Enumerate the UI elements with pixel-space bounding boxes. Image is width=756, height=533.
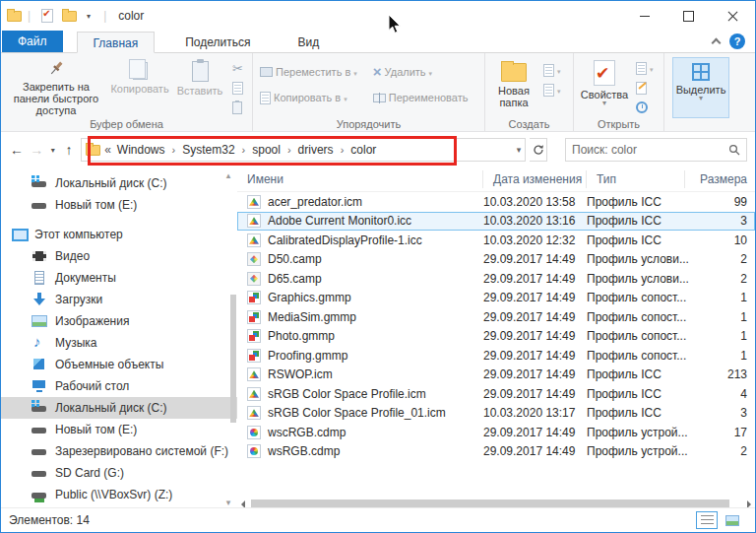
sidebar-item[interactable]: Документы xyxy=(1,267,237,289)
file-name: wscRGB.cdmp xyxy=(268,426,346,439)
separator: | xyxy=(103,9,106,23)
help-icon[interactable]: ? xyxy=(729,33,745,49)
sidebar-item[interactable]: Новый том (E:) xyxy=(1,194,237,216)
sidebar-item-icon xyxy=(32,422,47,437)
address-box[interactable]: « Windows System32 spool drivers color xyxy=(81,138,526,162)
file-row[interactable]: D50.camp 29.09.2017 14:49 Профиль услови… xyxy=(237,250,755,270)
breadcrumb-item[interactable]: Windows xyxy=(117,143,182,157)
sidebar-item[interactable]: Загрузки xyxy=(1,289,237,310)
sidebar-item[interactable]: Объемные объекты xyxy=(1,354,237,375)
breadcrumb-item[interactable]: drivers xyxy=(298,143,351,157)
properties-button[interactable]: Свойства xyxy=(578,57,631,118)
file-row[interactable]: Proofing.gmmp 29.09.2017 14:49 Профиль с… xyxy=(237,346,755,366)
move-to-button[interactable]: Переместить в xyxy=(257,63,360,81)
navigation-pane: Локальный диск (C:) Новый том (E:) Этот … xyxy=(1,167,237,509)
sidebar-item-icon xyxy=(32,487,47,502)
file-row[interactable]: MediaSim.gmmp 29.09.2017 14:49 Профиль с… xyxy=(237,307,755,327)
sidebar-item[interactable]: Этот компьютер xyxy=(1,224,237,245)
rename-button[interactable]: Переименовать xyxy=(370,89,472,106)
breadcrumb-item[interactable]: spool xyxy=(252,143,297,157)
copy-button[interactable]: Копировать xyxy=(107,57,172,118)
file-size: 1 xyxy=(685,329,755,343)
column-header-size[interactable]: Размера xyxy=(685,170,755,188)
copy-path-button[interactable] xyxy=(229,79,246,97)
file-row[interactable]: wscRGB.cdmp 29.09.2017 14:49 Профиль уст… xyxy=(237,423,755,442)
file-row[interactable]: sRGB Color Space Profile_01.icm 10.03.20… xyxy=(237,404,755,424)
chevron-down-icon xyxy=(699,96,703,101)
sidebar-item[interactable]: Изображения xyxy=(1,310,237,332)
breadcrumb-item[interactable]: System32 xyxy=(182,143,252,157)
copy-to-button[interactable]: Копировать в xyxy=(257,89,360,106)
back-button[interactable]: ← xyxy=(9,139,25,161)
chevron-down-icon xyxy=(51,146,55,155)
file-row[interactable]: acer_predator.icm 10.03.2020 13:58 Профи… xyxy=(237,192,755,212)
forward-button[interactable]: → xyxy=(29,139,44,161)
collapse-ribbon-icon[interactable] xyxy=(712,38,722,48)
minimize-button[interactable] xyxy=(622,1,666,31)
file-row[interactable]: sRGB Color Space Profile.icm 29.09.2017 … xyxy=(237,384,755,404)
file-row[interactable]: Adobe Current Monitor0.icc 10.03.2020 13… xyxy=(237,212,755,232)
edit-button[interactable] xyxy=(633,79,657,97)
paste-shortcut-button[interactable] xyxy=(229,99,246,116)
up-button[interactable]: ↑ xyxy=(61,139,77,161)
file-type: Профиль ICC xyxy=(587,214,685,228)
history-button[interactable] xyxy=(633,99,657,116)
paste-button[interactable]: Вставить xyxy=(172,57,227,118)
tab-file-menu[interactable]: Файл xyxy=(2,31,63,52)
cut-button[interactable] xyxy=(229,59,246,77)
file-row[interactable]: D65.camp 29.09.2017 14:49 Профиль услови… xyxy=(237,269,755,289)
delete-button[interactable]: Удалить xyxy=(370,63,472,81)
close-button[interactable] xyxy=(711,1,755,31)
sidebar-scrollbar-thumb[interactable] xyxy=(230,295,236,423)
sidebar-item[interactable]: Видео xyxy=(1,245,237,267)
sidebar-item[interactable]: Public (\\VBoxSvr) (Z:) xyxy=(1,484,237,505)
pin-to-quick-access-button[interactable]: Закрепить на панели быстрого доступа xyxy=(5,57,107,118)
sidebar-item-icon xyxy=(32,175,47,191)
file-date-modified: 29.09.2017 14:49 xyxy=(483,291,587,304)
breadcrumb-overflow[interactable]: « xyxy=(104,143,111,157)
column-header-date[interactable]: Дата изменения xyxy=(483,170,587,188)
file-date-modified: 29.09.2017 14:49 xyxy=(483,272,587,286)
open-with-button[interactable] xyxy=(633,59,657,77)
sidebar-item-icon xyxy=(32,313,47,329)
qat-customize-dropdown[interactable] xyxy=(82,7,95,25)
sidebar-scroll-down-icon[interactable]: ▾ xyxy=(223,498,233,507)
qat-properties-button[interactable] xyxy=(38,7,56,25)
new-folder-button[interactable]: Новая папка xyxy=(489,57,538,118)
new-item-button[interactable] xyxy=(540,81,564,99)
easy-access-button[interactable] xyxy=(540,61,564,79)
details-view-icon xyxy=(701,515,714,526)
details-view-button[interactable] xyxy=(696,511,718,529)
sidebar-item[interactable]: Рабочий стол xyxy=(1,375,237,397)
breadcrumb-item[interactable]: color xyxy=(350,143,390,157)
recent-locations-dropdown[interactable] xyxy=(48,139,57,161)
sidebar-item[interactable]: SD Card (G:) xyxy=(1,462,237,484)
ribbon-tab[interactable]: Главная xyxy=(77,32,156,53)
file-row[interactable]: Graphics.gmmp 29.09.2017 14:49 Профиль с… xyxy=(237,289,755,308)
file-type: Профиль устрой... xyxy=(587,444,685,458)
qat-new-folder-button[interactable] xyxy=(60,7,78,25)
sidebar-item[interactable]: Новый том (E:) xyxy=(1,419,237,440)
select-button[interactable]: Выделить xyxy=(672,57,729,118)
file-row[interactable]: RSWOP.icm 29.09.2017 14:49 Профиль ICC 2… xyxy=(237,366,755,385)
sidebar-item[interactable]: Зарезервировано системой (F:) xyxy=(1,440,237,462)
sidebar-item[interactable]: Локальный диск (C:) xyxy=(1,172,237,194)
ribbon-tab[interactable]: Вид xyxy=(281,31,336,52)
file-name: Graphics.gmmp xyxy=(268,291,351,304)
sidebar-item[interactable]: Музыка xyxy=(1,332,237,354)
ribbon-tab[interactable]: Поделиться xyxy=(168,31,267,52)
file-row[interactable]: Photo.gmmp 29.09.2017 14:49 Профиль сопо… xyxy=(237,327,755,347)
address-dropdown-icon[interactable] xyxy=(517,145,522,155)
file-row[interactable]: CalibratedDisplayProfile-1.icc 10.03.202… xyxy=(237,231,755,250)
column-header-type[interactable]: Тип xyxy=(587,170,685,188)
refresh-button[interactable] xyxy=(530,138,547,162)
sidebar-item[interactable]: Локальный диск (C:) xyxy=(1,397,237,419)
search-input[interactable] xyxy=(572,143,724,157)
new-folder-label: Новая папка xyxy=(494,85,534,108)
file-type-icon xyxy=(247,444,261,458)
maximize-button[interactable] xyxy=(666,1,711,31)
file-row[interactable]: wsRGB.cdmp 29.09.2017 14:49 Профиль устр… xyxy=(237,442,755,462)
sidebar-scroll-up-icon[interactable]: ▴ xyxy=(223,170,233,180)
column-header-name[interactable]: Имени xyxy=(237,170,483,188)
thumbnails-view-button[interactable] xyxy=(722,511,743,529)
